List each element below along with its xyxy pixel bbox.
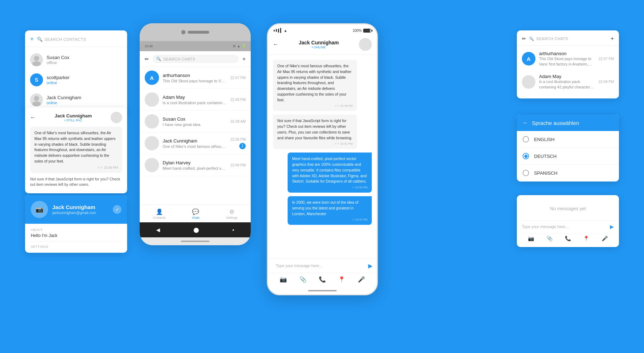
profile-avatar[interactable]: 📷 <box>31 201 48 218</box>
send-button[interactable]: ▶ <box>368 262 373 269</box>
radio-deutsch[interactable] <box>523 153 529 159</box>
list-item[interactable]: Susan Cox offline <box>25 50 127 70</box>
profile-header: 📷 Jack Cunnigham jackcunnigham@gmail.com… <box>25 195 127 224</box>
camera-icon: 📷 <box>35 205 43 213</box>
battery-fill <box>364 29 370 32</box>
list-item[interactable]: Susan Cox I have new great idea. 01:09 A… <box>140 111 251 132</box>
add-chat-icon[interactable]: + <box>242 56 246 62</box>
contact-name: scottparker <box>47 75 69 80</box>
chat-time: 22:48 PM <box>230 98 246 102</box>
back-icon[interactable]: ← <box>30 114 36 121</box>
language-option-spanisch[interactable]: SPANISCH <box>517 165 619 182</box>
profile-name: Jack Cunnigham <box>52 204 96 210</box>
right-search-bar[interactable]: 🔍 SEARCH CHATS <box>529 37 608 41</box>
chat-meta: arthurhanson This Old Skool pays homage … <box>163 73 227 83</box>
home-nav-icon[interactable]: ⬤ <box>193 227 199 233</box>
send-button[interactable]: ▶ <box>610 224 614 229</box>
camera-icon[interactable]: 📷 <box>528 236 534 241</box>
list-item[interactable]: Adam May Is a cool illustration pack con… <box>517 70 619 93</box>
phone-icon[interactable]: 📞 <box>565 236 571 241</box>
list-item[interactable]: Jack Cunnigham One of Nike's most famous… <box>140 132 251 154</box>
message-bubble: One of Nike's most famous silhouettes, t… <box>30 127 122 173</box>
attach-icon[interactable]: 📎 <box>547 236 553 241</box>
phone-screen: ✏ 🔍 SEARCH CHATS + A arthurhanson This O… <box>140 51 251 222</box>
phone-action-icon[interactable]: 📞 <box>319 276 326 283</box>
profile-body: ABOUT Hello I'm Jack SETTINGS <box>25 224 127 253</box>
chat-contact-header: Jack Cunnigham • ONLINE <box>282 40 355 49</box>
add-contact-icon[interactable]: + <box>30 35 34 43</box>
message-input-placeholder[interactable]: Type your message here... <box>522 224 607 229</box>
back-nav-icon[interactable]: ◀ <box>156 227 160 233</box>
about-value: Hello I'm Jack <box>31 233 121 241</box>
mic-icon[interactable]: 🎤 <box>602 236 608 241</box>
language-option-deutsch[interactable]: DEUTSCH <box>517 148 619 165</box>
main-scene: + 🔍 SEARCH CONTACTS Susan Cox offline S … <box>0 0 644 353</box>
divider <box>517 45 619 46</box>
mic-action-icon[interactable]: 🎤 <box>358 276 365 283</box>
message-time: ✓ 22:57 PM <box>292 218 367 221</box>
chat-view-header: ← Jack Cunnigham • ONLINE <box>268 35 377 55</box>
location-icon[interactable]: 📍 <box>583 236 589 241</box>
profile-email: jackcunnigham@gmail.com <box>52 211 96 215</box>
list-item[interactable]: A arthurhanson This Old Skool pays homag… <box>517 47 619 70</box>
about-label: ABOUT <box>31 228 121 232</box>
language-label-spanisch: SPANISCH <box>534 170 558 176</box>
edit-icon[interactable]: ✏ <box>145 56 149 62</box>
wifi-icon: ▲ <box>237 44 240 48</box>
phone-chat-view: ▲ 100% ← Jack Cunnigham • ONLINE One of … <box>267 23 378 295</box>
phone-speaker <box>188 31 209 34</box>
radio-spanisch[interactable] <box>523 170 529 176</box>
chat-preview-header: ← Jack Cunnigham • STILL PAC <box>30 112 122 123</box>
edit-icon[interactable]: ✏ <box>522 36 526 42</box>
list-item[interactable]: S scottparker online <box>25 70 127 90</box>
list-item[interactable]: Adam May Is a cool illustration pack con… <box>140 89 251 111</box>
chat-action-bar: 📷 📎 📞 📍 🎤 <box>268 273 377 287</box>
chat-status-indicator: • STILL PAC <box>64 119 82 122</box>
signal-bar-2 <box>276 29 277 32</box>
chat-meta: Adam May Is a cool illustration pack con… <box>163 95 227 105</box>
tab-contacts[interactable]: 👤 Contacts <box>153 208 166 219</box>
no-messages-text: No messages yet <box>522 202 614 217</box>
chat-preview: I have new great idea. <box>163 122 227 127</box>
contacts-search-bar[interactable]: 🔍 SEARCH CONTACTS <box>37 37 86 42</box>
contact-status: offline <box>47 61 69 65</box>
wifi-icon: ▲ <box>284 29 287 33</box>
location-action-icon[interactable]: 📍 <box>338 276 345 283</box>
list-item[interactable]: Dylan Harvey Meet hand-crafted, pixel-pe… <box>140 154 251 176</box>
chat-list: A arthurhanson This Old Skool pays homag… <box>140 67 251 204</box>
unread-badge: 1 <box>239 143 246 149</box>
chat-preview: This Old Skool pays homage to Vans' firs… <box>539 56 595 67</box>
chat-time-area: 22:48 PM <box>230 163 246 167</box>
chat-preview: Is a cool illustration pack containing 4… <box>539 79 595 90</box>
list-item[interactable]: Jack Cunnigham online <box>25 90 127 110</box>
contact-name: Susan Cox <box>47 55 69 60</box>
contact-status: online <box>47 81 69 85</box>
message-time: ✓✓ 22:36 PM <box>277 104 353 107</box>
phone-top-bar <box>140 23 251 41</box>
settings-tab-icon: ⚙ <box>229 208 234 215</box>
attach-action-icon[interactable]: 📎 <box>299 276 307 283</box>
contact-info: Susan Cox offline <box>47 55 69 65</box>
avatar <box>145 136 159 150</box>
chats-tab-icon: 💬 <box>192 208 199 215</box>
language-option-english[interactable]: ENGLISH <box>517 131 619 148</box>
signal-bar-4 <box>280 28 281 33</box>
list-item[interactable]: A arthurhanson This Old Skool pays homag… <box>140 67 251 89</box>
profile-check-icon[interactable]: ✓ <box>113 205 121 214</box>
radio-english[interactable] <box>523 136 529 142</box>
status-icons: ⚙ ▲ 🔋 <box>233 44 246 48</box>
search-placeholder: SEARCH CHATS <box>536 37 568 41</box>
tab-chats[interactable]: 💬 chats <box>192 208 200 219</box>
camera-action-icon[interactable]: 📷 <box>280 276 287 283</box>
message-time: ✓✓ 22:36 PM <box>34 166 118 169</box>
add-chat-icon[interactable]: + <box>611 35 614 42</box>
phone-search-bar[interactable]: 🔍 SEARCH CHATS <box>153 55 239 63</box>
chat-time-area: 01:09 AM <box>231 120 246 124</box>
profile-panel: 📷 Jack Cunnigham jackcunnigham@gmail.com… <box>25 195 127 253</box>
back-button[interactable]: ← <box>273 41 279 48</box>
message-input[interactable]: Type your message here... <box>272 261 365 270</box>
chat-meta: Jack Cunnigham One of Nike's most famous… <box>163 138 227 149</box>
recent-nav-icon[interactable]: ▪ <box>232 227 234 233</box>
tab-settings[interactable]: ⚙ Settings <box>226 208 238 219</box>
back-icon[interactable]: ← <box>523 120 528 126</box>
